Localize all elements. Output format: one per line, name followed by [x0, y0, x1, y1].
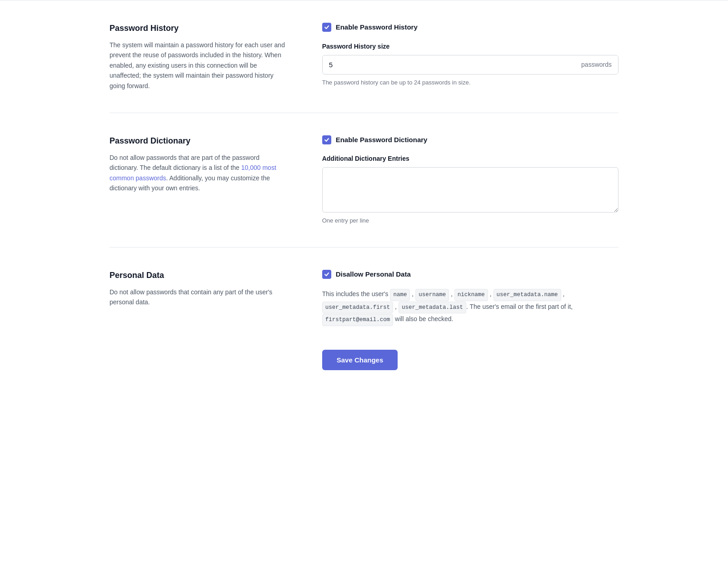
- password-history-left: Password History The system will maintai…: [110, 22, 295, 91]
- password-history-size-label: Password History size: [322, 42, 618, 51]
- disallow-personal-data-checkbox[interactable]: [322, 270, 331, 279]
- password-dictionary-right: Enable Password Dictionary Additional Di…: [322, 135, 618, 225]
- password-dictionary-left: Password Dictionary Do not allow passwor…: [110, 135, 295, 225]
- enable-password-dictionary-checkbox[interactable]: [322, 135, 331, 144]
- password-history-size-hint: The password history can be up to 24 pas…: [322, 78, 618, 87]
- password-history-size-input-container: passwords: [322, 55, 618, 74]
- personal-data-tag-username: username: [415, 289, 449, 301]
- personal-data-right: Disallow Personal Data This includes the…: [322, 269, 618, 392]
- personal-data-title: Personal Data: [110, 269, 286, 282]
- password-history-right: Enable Password History Password History…: [322, 22, 618, 91]
- password-history-size-suffix: passwords: [575, 55, 618, 74]
- personal-data-tag-user-metadata-name: user_metadata.name: [494, 289, 561, 301]
- password-dictionary-section: Password Dictionary Do not allow passwor…: [110, 113, 618, 248]
- password-history-size-group: Password History size passwords The pass…: [322, 42, 618, 87]
- personal-data-left: Personal Data Do not allow passwords tha…: [110, 269, 295, 392]
- enable-password-history-checkbox[interactable]: [322, 23, 331, 32]
- save-changes-button[interactable]: Save Changes: [322, 350, 398, 370]
- password-history-section: Password History The system will maintai…: [110, 0, 618, 113]
- personal-data-middle: . The user's email or the first part of …: [466, 303, 573, 310]
- password-history-size-input[interactable]: [323, 56, 575, 73]
- additional-dictionary-entries-textarea[interactable]: [322, 167, 618, 213]
- personal-data-tags-description: This includes the user's name , username…: [322, 288, 618, 326]
- enable-password-dictionary-label: Enable Password Dictionary: [336, 135, 428, 145]
- disallow-personal-data-label: Disallow Personal Data: [336, 269, 411, 280]
- enable-password-history-row: Enable Password History: [322, 22, 618, 33]
- personal-data-tag-name: name: [390, 289, 410, 301]
- password-dictionary-title: Password Dictionary: [110, 135, 286, 147]
- personal-data-end: will also be checked.: [393, 315, 453, 322]
- personal-data-tag-user-metadata-last: user_metadata.last: [399, 302, 466, 314]
- enable-password-history-label: Enable Password History: [336, 22, 418, 33]
- personal-data-tag-nickname: nickname: [454, 289, 488, 301]
- additional-dictionary-entries-label: Additional Dictionary Entries: [322, 154, 618, 164]
- additional-dictionary-entries-group: Additional Dictionary Entries One entry …: [322, 154, 618, 225]
- checkmark-icon: [324, 25, 329, 30]
- checkmark-icon: [324, 272, 329, 277]
- enable-password-dictionary-row: Enable Password Dictionary: [322, 135, 618, 145]
- checkmark-icon: [324, 137, 329, 143]
- disallow-personal-data-row: Disallow Personal Data: [322, 269, 618, 280]
- personal-data-description: Do not allow passwords that contain any …: [110, 287, 286, 307]
- personal-data-section: Personal Data Do not allow passwords tha…: [110, 248, 618, 414]
- password-history-title: Password History: [110, 22, 286, 35]
- personal-data-email-tag: firstpart@email.com: [322, 314, 394, 326]
- password-dictionary-description: Do not allow passwords that are part of …: [110, 153, 286, 193]
- password-dictionary-description-before: Do not allow passwords that are part of …: [110, 154, 259, 171]
- save-button-container: Save Changes: [322, 335, 618, 392]
- entries-hint: One entry per line: [322, 216, 618, 225]
- page-container: Password History The system will maintai…: [91, 0, 637, 414]
- personal-data-intro: This includes the user's: [322, 290, 390, 297]
- password-history-description: The system will maintain a password hist…: [110, 40, 286, 91]
- personal-data-tag-user-metadata-first: user_metadata.first: [322, 302, 394, 314]
